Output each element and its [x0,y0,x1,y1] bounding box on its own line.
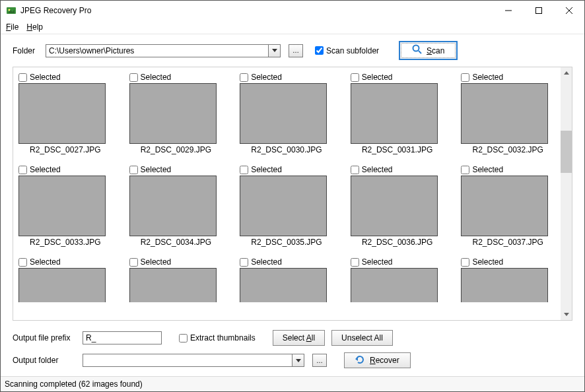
thumbnail-image[interactable] [461,268,548,302]
gallery-viewport: SelectedR2_DSC_0027.JPGSelectedR2_DSC_00… [13,67,572,320]
thumbnail-image[interactable] [18,176,106,236]
output-folder-input[interactable] [83,354,292,367]
folder-input[interactable] [46,44,269,57]
close-button[interactable] [554,1,584,20]
thumbnail-select-checkbox[interactable] [129,166,138,174]
thumbnail-filename: R2_DSC_0029.JPG [129,145,223,154]
thumbnail-card: SelectedR2_DSC_0030.JPG [240,73,333,154]
scroll-thumb[interactable] [561,131,572,173]
statusbar: Scanning completed (62 images found) [1,376,584,391]
scroll-up-button[interactable] [561,67,572,79]
output-folder-label: Output folder [13,356,76,365]
scan-subfolder-checkbox[interactable]: Scan subfolder [315,46,379,55]
scroll-down-button[interactable] [561,309,572,320]
thumbnail-select-checkbox[interactable] [461,73,469,82]
thumbnail-card: Selected [18,257,112,302]
thumbnail-image[interactable] [240,83,327,144]
thumbnail-select-checkbox[interactable] [129,258,138,267]
output-folder-browse-button[interactable]: … [312,354,327,367]
thumbnail-image[interactable] [240,176,327,236]
thumbnail-select-checkbox[interactable] [129,73,138,82]
thumbnail-select-checkbox[interactable] [18,73,27,82]
thumbnail-select-label: Selected [362,165,393,174]
thumbnail-image[interactable] [18,268,106,302]
thumbnail-select-checkbox[interactable] [240,166,248,174]
prefix-input[interactable] [83,331,162,344]
folder-label: Folder [13,46,39,55]
app-window: JPEG Recovery Pro File Help Folder … Sca… [0,0,585,392]
folder-combo [46,44,281,57]
thumbnail-filename: R2_DSC_0036.JPG [351,238,444,247]
thumbnail-card: SelectedR2_DSC_0037.JPG [461,165,555,247]
thumbnail-image[interactable] [129,176,217,236]
thumbnail-select-label: Selected [251,257,282,267]
thumbnail-image[interactable] [461,176,548,236]
thumbnail-card: SelectedR2_DSC_0034.JPG [129,165,223,247]
unselect-all-button[interactable]: Unselect All [331,330,393,346]
thumbnail-filename: R2_DSC_0037.JPG [461,238,555,247]
extract-thumbnails-checkbox[interactable]: Extract thumbnails [179,333,256,343]
scan-button[interactable]: Scan [399,41,458,60]
scan-subfolder-input[interactable] [315,46,324,55]
thumbnail-grid: SelectedR2_DSC_0027.JPGSelectedR2_DSC_00… [18,73,555,302]
thumbnail-filename: R2_DSC_0031.JPG [351,145,444,154]
thumbnail-select-checkbox[interactable] [18,166,27,174]
thumbnail-filename: R2_DSC_0033.JPG [18,238,112,247]
thumbnail-filename: R2_DSC_0032.JPG [461,145,555,154]
thumbnail-select-checkbox[interactable] [351,166,359,174]
output-folder-dropdown-button[interactable] [292,354,304,367]
thumbnail-select-label: Selected [362,73,393,82]
thumbnail-select-checkbox[interactable] [461,258,469,267]
thumbnail-select-label: Selected [141,73,172,82]
thumbnail-select-label: Selected [141,257,172,267]
select-all-button[interactable]: Select All [273,330,325,346]
thumbnail-filename: R2_DSC_0035.JPG [240,238,333,247]
thumbnail-filename: R2_DSC_0030.JPG [240,145,333,154]
scrollbar[interactable] [561,67,572,320]
titlebar: JPEG Recovery Pro [1,1,584,20]
svg-point-6 [413,46,419,51]
thumbnail-select-checkbox[interactable] [240,258,248,267]
folder-browse-button[interactable]: … [289,44,303,57]
thumbnail-card: Selected [351,257,444,302]
menu-file[interactable]: File [6,22,18,32]
svg-line-7 [419,51,421,53]
extract-thumbnails-input[interactable] [179,334,188,343]
thumbnail-image[interactable] [240,268,327,302]
folder-dropdown-button[interactable] [269,44,281,57]
thumbnail-image[interactable] [351,176,438,236]
thumbnail-image[interactable] [461,83,548,144]
thumbnail-select-label: Selected [141,165,172,174]
maximize-button[interactable] [524,1,554,20]
thumbnail-select-checkbox[interactable] [240,73,248,82]
thumbnail-filename: R2_DSC_0027.JPG [18,145,112,154]
thumbnail-filename: R2_DSC_0034.JPG [129,238,223,247]
thumbnail-card: SelectedR2_DSC_0031.JPG [351,73,444,154]
thumbnail-card: SelectedR2_DSC_0029.JPG [129,73,223,154]
thumbnail-card: SelectedR2_DSC_0032.JPG [461,73,555,154]
thumbnail-select-label: Selected [251,165,282,174]
thumbnail-image[interactable] [351,83,438,144]
app-icon [6,5,17,16]
thumbnail-image[interactable] [129,83,217,144]
menu-help[interactable]: Help [26,22,43,32]
thumbnail-image[interactable] [129,268,217,302]
thumbnail-image[interactable] [18,83,106,144]
thumbnail-card: Selected [461,257,555,302]
thumbnail-select-label: Selected [30,165,61,174]
thumbnail-select-label: Selected [251,73,282,82]
thumbnail-card: Selected [240,257,333,302]
thumbnail-select-label: Selected [30,257,61,267]
bottom-panel: Output file prefix Extract thumbnails Se… [1,326,584,376]
thumbnail-select-checkbox[interactable] [461,166,469,174]
minimize-button[interactable] [493,1,524,20]
thumbnail-card: SelectedR2_DSC_0033.JPG [18,165,112,247]
recover-button[interactable]: Recover [344,352,411,368]
thumbnail-select-label: Selected [362,257,393,267]
gallery-panel: SelectedR2_DSC_0027.JPGSelectedR2_DSC_00… [13,67,572,321]
thumbnail-select-checkbox[interactable] [351,73,359,82]
thumbnail-card: Selected [129,257,223,302]
thumbnail-select-checkbox[interactable] [18,258,27,267]
thumbnail-select-checkbox[interactable] [351,258,359,267]
thumbnail-image[interactable] [351,268,438,302]
